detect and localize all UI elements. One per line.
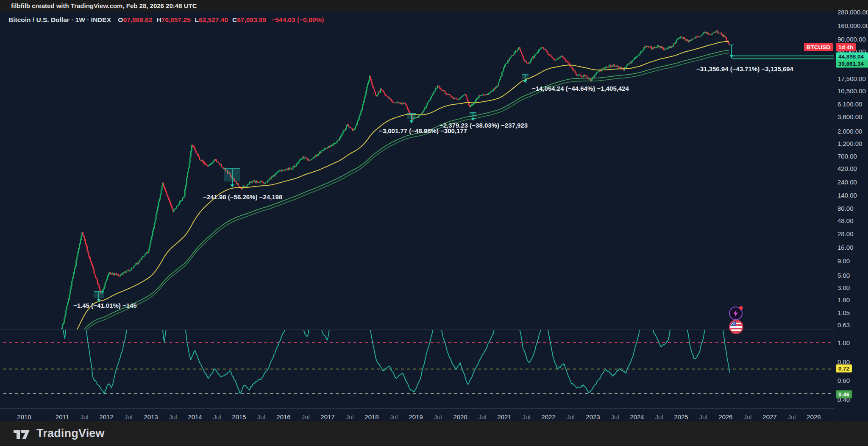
- time-axis-label: Jul: [213, 413, 221, 421]
- time-axis-label: 2025: [674, 413, 688, 421]
- price-axis-label: 0.63: [837, 321, 850, 329]
- time-axis-label: Jul: [389, 413, 398, 421]
- oscillator-level-tag: 0.72: [836, 365, 852, 373]
- time-axis-label: 2026: [718, 413, 732, 421]
- oscillator-level-tag: 0.46: [836, 390, 852, 399]
- drawdown-annotation: −241.98 (−56.26%) −24,198: [203, 193, 282, 201]
- price-axis-label: 1.05: [837, 309, 850, 316]
- price-chart-canvas[interactable]: [0, 12, 868, 421]
- time-axis-label: 2019: [409, 413, 423, 421]
- us-flag-icon[interactable]: [729, 320, 743, 334]
- price-axis-label: 90,000.00: [837, 36, 866, 43]
- price-axis-label: 10,500.00: [837, 87, 866, 95]
- time-axis-label: Jul: [345, 413, 353, 421]
- time-axis-label: Jul: [257, 413, 265, 421]
- time-axis-label: Jul: [611, 413, 619, 421]
- symbol-title[interactable]: Bitcoin / U.S. Dollar · 1W · INDEX: [8, 16, 111, 23]
- time-axis-label: 2014: [188, 413, 202, 421]
- time-axis-label: 2016: [276, 413, 290, 421]
- time-axis-label: Jul: [434, 413, 442, 421]
- time-axis-label: Jul: [301, 413, 309, 421]
- drawdown-annotation: −31,356.94 (−43.71%) −3,135,694: [696, 65, 793, 72]
- time-axis-label: Jul: [787, 413, 796, 421]
- tradingview-wordmark[interactable]: TradingView: [36, 427, 105, 440]
- time-axis-label: 2028: [807, 413, 821, 421]
- oscillator-axis-label: 0.60: [837, 377, 850, 384]
- price-level-tag: 39,861.34: [836, 60, 868, 68]
- tradingview-snapshot: { "attribution": {"text": "filbfilb crea…: [0, 0, 868, 446]
- price-axis-label: 28.00: [837, 230, 854, 237]
- drawdown-annotation: −1.45 (−41.01%) −145: [73, 302, 137, 309]
- price-axis-label: 80.00: [837, 205, 854, 212]
- price-axis-label: 17,500.00: [837, 75, 866, 82]
- lightning-icon[interactable]: [729, 307, 743, 320]
- time-axis-label: 2013: [144, 413, 158, 421]
- time-axis-label: 2015: [232, 413, 246, 421]
- time-axis-label: 2027: [762, 413, 776, 421]
- drawdown-annotation: −14,054.24 (−44.64%) −1,405,424: [532, 85, 629, 92]
- ohlc-high-value: 70,057.25: [161, 16, 191, 23]
- attribution-text: filbfilb created with TradingView.com, F…: [11, 2, 197, 9]
- time-axis-label: 2017: [320, 413, 334, 421]
- time-axis-label: Jul: [522, 413, 530, 421]
- drawdown-annotation: −2,379.23 (−38.03%) −237,923: [440, 122, 528, 129]
- ohlc-close-value: 67,093.99: [237, 16, 266, 23]
- us-flag-glyph: [730, 321, 742, 333]
- price-axis-label: 6,100.00: [837, 100, 862, 108]
- change-value: −544.03 (−0.80%): [271, 16, 324, 23]
- footer-bar: TradingView: [0, 421, 868, 446]
- price-axis-label: 16.00: [837, 243, 854, 251]
- price-axis-label: 5.00: [837, 271, 850, 279]
- time-axis-label: 2022: [541, 413, 555, 421]
- ohlc-low-value: 62,527.40: [199, 16, 228, 23]
- price-axis-label: 3.00: [837, 284, 850, 291]
- time-axis-label: 2018: [364, 413, 378, 421]
- notification-dot: [739, 306, 743, 310]
- attribution-bar: filbfilb created with TradingView.com, F…: [0, 0, 868, 12]
- panel-separator[interactable]: [0, 329, 834, 330]
- price-axis-label: 1.80: [837, 296, 850, 303]
- ohlc-high-label: H: [156, 16, 161, 23]
- price-axis-label: 240.00: [837, 178, 857, 185]
- time-axis-label: Jul: [124, 413, 132, 421]
- time-axis-label: 2023: [586, 413, 600, 421]
- chart-region[interactable]: Bitcoin / U.S. Dollar · 1W · INDEX O67,8…: [0, 12, 868, 421]
- price-axis-label: 3,600.00: [837, 113, 862, 120]
- time-axis-label: Jul: [478, 413, 486, 421]
- ohlc-close-label: C: [232, 16, 237, 23]
- lightning-bolt-glyph: [733, 310, 739, 317]
- price-axis-label: 700.00: [837, 153, 857, 160]
- ohlc-low-label: L: [195, 16, 199, 23]
- price-axis-label: 140.00: [837, 191, 857, 198]
- price-axis-label: 420.00: [837, 165, 857, 172]
- symbol-legend[interactable]: Bitcoin / U.S. Dollar · 1W · INDEX O67,8…: [8, 16, 324, 24]
- tradingview-logo-icon[interactable]: [13, 427, 31, 440]
- price-axis-label: 1,200.00: [837, 139, 862, 147]
- price-axis-label: 280,000.00: [837, 8, 868, 16]
- time-axis-label: 2021: [497, 413, 511, 421]
- price-axis-label: 9.00: [837, 257, 850, 265]
- time-axis-label: 2010: [17, 413, 31, 421]
- oscillator-axis-label: 1.00: [837, 339, 850, 346]
- time-axis-label: Jul: [699, 413, 707, 421]
- time-axis-label: Jul: [655, 413, 663, 421]
- price-axis-label: 2,000.00: [837, 127, 862, 134]
- time-axis-label: 2020: [453, 413, 467, 421]
- time-axis-label: Jul: [743, 413, 751, 421]
- price-axis-label: 160,000.00: [837, 22, 868, 29]
- time-axis-label: 2012: [99, 413, 113, 421]
- ohlc-open-value: 67,888.62: [123, 16, 152, 23]
- time-axis-border: [0, 408, 834, 409]
- price-axis-label: 48.00: [837, 217, 854, 224]
- time-axis-label: Jul: [80, 413, 88, 421]
- countdown-tag: 1d 4h: [836, 43, 856, 51]
- time-axis-label: Jul: [566, 413, 574, 421]
- time-axis-label: 2024: [630, 413, 644, 421]
- time-axis-label: 2011: [56, 413, 69, 421]
- symbol-price-tag: BTCUSD: [804, 43, 833, 51]
- ohlc-open-label: O: [118, 16, 123, 23]
- time-axis-label: Jul: [169, 413, 177, 421]
- price-axis-border: [834, 12, 834, 421]
